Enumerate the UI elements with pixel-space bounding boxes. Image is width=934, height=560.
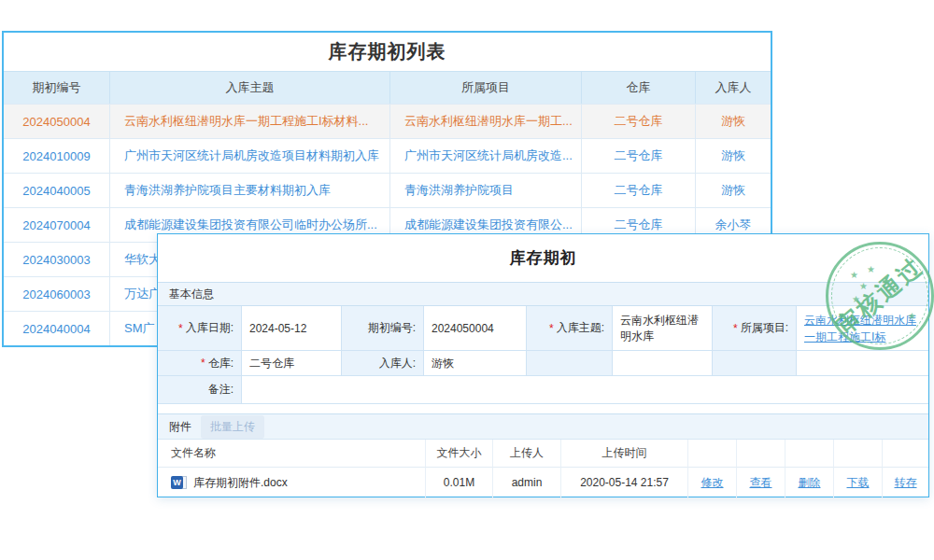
view-link[interactable]: 查看 <box>750 475 772 491</box>
cell-warehouse: 二号仓库 <box>582 138 696 173</box>
cell-subject[interactable]: 广州市天河区统计局机房改造项目材料期初入库 <box>110 138 390 173</box>
subject-value[interactable]: 云南水利枢纽潜明水库 <box>612 306 712 351</box>
uploader-header: 上传人 <box>493 440 561 468</box>
remark-label: 备注: <box>158 376 241 404</box>
modal-title: 库存期初 <box>158 234 928 282</box>
upload-time-header: 上传时间 <box>561 440 688 468</box>
cell-subject[interactable]: 云南水利枢纽潜明水库一期工程施工I标材料... <box>110 104 390 138</box>
col-header-project: 所属项目 <box>390 71 582 104</box>
inventory-opening-detail-panel: 库存期初 基本信息 * 入库日期: 2024-05-12 期初编号: 20240… <box>157 233 929 497</box>
cell-code[interactable]: 2024070004 <box>4 207 110 242</box>
file-uploader: admin <box>493 468 561 497</box>
subject-label: * 入库主题: <box>526 306 612 351</box>
batch-upload-button[interactable]: 批量上传 <box>201 415 264 439</box>
section-gap <box>158 404 928 413</box>
table-row[interactable]: 2024010009 广州市天河区统计局机房改造项目材料期初入库 广州市天河区统… <box>4 138 771 173</box>
modify-link[interactable]: 修改 <box>701 475 724 491</box>
attachment-label: 附件 <box>169 419 191 435</box>
table-row[interactable]: 2024050004 云南水利枢纽潜明水库一期工程施工I标材料... 云南水利枢… <box>4 104 771 138</box>
person-label: 入库人: <box>341 351 423 376</box>
remark-value[interactable] <box>241 376 928 404</box>
cell-project[interactable]: 青海洪湖养护院项目 <box>390 173 582 207</box>
action-header-cell <box>785 440 834 468</box>
col-header-person: 入库人 <box>696 71 771 104</box>
cell-project[interactable]: 云南水利枢纽潜明水库一期工... <box>390 104 582 138</box>
empty-label-cell <box>712 351 796 376</box>
cell-person: 游恢 <box>696 138 771 173</box>
in-date-label: * 入库日期: <box>158 306 241 351</box>
transfer-link[interactable]: 转存 <box>895 475 917 491</box>
attachment-table-header: 文件名称 文件大小 上传人 上传时间 <box>158 440 928 468</box>
cell-code[interactable]: 2024010009 <box>4 138 110 173</box>
cell-warehouse: 二号仓库 <box>582 173 696 207</box>
cell-code[interactable]: 2024060003 <box>4 276 110 311</box>
col-header-warehouse: 仓库 <box>582 71 696 104</box>
code-value: 2024050004 <box>423 306 526 351</box>
action-header-cell <box>834 440 883 468</box>
delete-link[interactable]: 删除 <box>799 475 821 491</box>
empty-value-cell <box>612 351 712 376</box>
required-mark: * <box>201 357 205 370</box>
file-size: 0.01M <box>426 468 493 497</box>
file-name: 库存期初附件.docx <box>193 475 288 491</box>
col-header-code: 期初编号 <box>4 71 110 104</box>
file-name-header: 文件名称 <box>158 440 426 468</box>
project-link[interactable]: 云南水利枢纽潜明水库一期工程施工I标 <box>804 312 921 345</box>
word-file-icon: W <box>171 475 187 490</box>
cell-code[interactable]: 2024050004 <box>4 104 110 138</box>
list-title: 库存期初列表 <box>4 33 771 71</box>
cell-code[interactable]: 2024040005 <box>4 173 110 207</box>
attachment-section: 附件 批量上传 文件名称 文件大小 上传人 上传时间 W <box>158 413 928 497</box>
empty-label-cell <box>526 351 612 376</box>
project-value-cell: 云南水利枢纽潜明水库一期工程施工I标 <box>796 306 928 351</box>
cell-code[interactable]: 2024040004 <box>4 311 110 345</box>
required-mark: * <box>733 322 738 335</box>
cell-person: 游恢 <box>696 173 771 207</box>
basic-info-form: * 入库日期: 2024-05-12 期初编号: 2024050004 * 入库… <box>158 306 928 404</box>
warehouse-value[interactable]: 二号仓库 <box>241 351 341 376</box>
cell-person: 游恢 <box>696 104 771 138</box>
required-mark: * <box>549 322 554 335</box>
person-value: 游恢 <box>423 351 526 376</box>
required-mark: * <box>178 322 183 335</box>
basic-info-section-header: 基本信息 <box>158 282 928 306</box>
table-row[interactable]: 2024040005 青海洪湖养护院项目主要材料期初入库 青海洪湖养护院项目 二… <box>4 173 771 207</box>
cell-code[interactable]: 2024030003 <box>4 242 110 276</box>
attachment-file-row: W 库存期初附件.docx 0.01M admin 2020-05-14 21:… <box>158 468 928 497</box>
list-header-row: 期初编号 入库主题 所属项目 仓库 入库人 <box>4 71 771 104</box>
empty-value-cell <box>796 351 928 376</box>
code-label: 期初编号: <box>341 306 423 351</box>
action-header-cell <box>737 440 785 468</box>
cell-project[interactable]: 广州市天河区统计局机房改造... <box>390 138 582 173</box>
attachment-section-header: 附件 批量上传 <box>158 414 928 440</box>
file-size-header: 文件大小 <box>426 440 493 468</box>
col-header-subject: 入库主题 <box>110 71 390 104</box>
action-header-cell <box>883 440 928 468</box>
cell-subject[interactable]: 青海洪湖养护院项目主要材料期初入库 <box>110 173 390 207</box>
warehouse-label: * 仓库: <box>158 351 241 376</box>
download-link[interactable]: 下载 <box>847 475 870 491</box>
page: 库存期初列表 期初编号 入库主题 所属项目 仓库 入库人 2024050004 … <box>0 0 934 560</box>
file-upload-time: 2020-05-14 21:57 <box>561 468 688 497</box>
project-label: * 所属项目: <box>712 306 796 351</box>
cell-warehouse: 二号仓库 <box>582 104 696 138</box>
in-date-value[interactable]: 2024-05-12 <box>241 306 341 351</box>
action-header-cell <box>688 440 737 468</box>
file-name-cell: W 库存期初附件.docx <box>158 468 426 497</box>
